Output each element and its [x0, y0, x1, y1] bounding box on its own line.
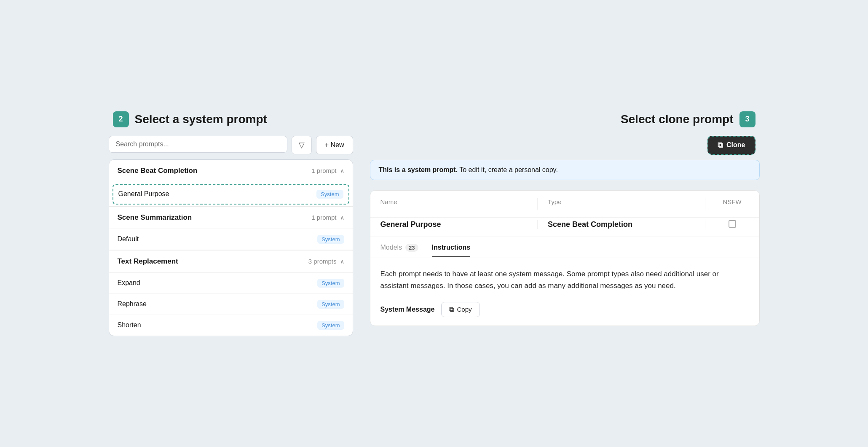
prompt-name-rephrase: Rephrase — [118, 300, 147, 308]
chevron-up-icon-3: ∧ — [340, 258, 344, 265]
clone-button-label: Clone — [726, 141, 745, 149]
chevron-up-icon-2: ∧ — [340, 214, 344, 221]
info-banner: This is a system prompt. To edit it, cre… — [370, 160, 760, 180]
search-input[interactable] — [109, 136, 287, 153]
group-scene-beat-count: 1 prompt ∧ — [311, 167, 344, 174]
nsfw-col: NSFW — [715, 198, 749, 210]
step-2-badge: 2 — [113, 111, 129, 127]
prompt-item-default[interactable]: Default System — [109, 229, 353, 250]
col-divider-3 — [537, 220, 538, 229]
filter-icon: ▽ — [299, 140, 305, 150]
main-container: 2 Select a system prompt ▽ + New Scene B… — [109, 111, 760, 336]
group-text-replacement-title: Text Replacement — [118, 257, 178, 266]
filter-button[interactable]: ▽ — [292, 136, 312, 154]
tab-instructions-label: Instructions — [432, 244, 471, 251]
type-value: Scene Beat Completion — [548, 220, 695, 229]
col-divider-4 — [705, 220, 705, 229]
group-scene-beat-title: Scene Beat Completion — [118, 167, 198, 175]
system-message-row: System Message ⧉ Copy — [380, 302, 749, 317]
type-label: Type — [548, 198, 695, 205]
tab-instructions[interactable]: Instructions — [432, 244, 471, 257]
group-scene-summarization-count: 1 prompt ∧ — [311, 214, 344, 221]
type-value-col: Scene Beat Completion — [548, 220, 695, 229]
tabs-row: Models 23 Instructions — [370, 237, 759, 258]
prompt-name-shorten: Shorten — [118, 321, 141, 329]
type-col: Type — [548, 198, 695, 210]
prompt-name-general-purpose: General Purpose — [118, 190, 169, 198]
system-badge-expand: System — [317, 279, 344, 288]
prompt-name-default: Default — [118, 235, 139, 243]
copy-button[interactable]: ⧉ Copy — [441, 302, 480, 317]
left-panel: 2 Select a system prompt ▽ + New Scene B… — [109, 111, 353, 336]
prompt-item-general-purpose[interactable]: General Purpose System — [113, 184, 349, 205]
details-header-row: Name Type NSFW — [370, 191, 759, 218]
nsfw-checkbox[interactable] — [729, 220, 736, 228]
copy-icon: ⧉ — [449, 306, 454, 313]
name-label: Name — [380, 198, 528, 205]
nsfw-value-col — [715, 220, 749, 229]
system-badge-default: System — [317, 235, 344, 244]
col-divider-2 — [705, 198, 705, 210]
name-col: Name — [380, 198, 528, 210]
left-header: 2 Select a system prompt — [109, 111, 353, 127]
group-text-replacement-count: 3 prompts ∧ — [308, 258, 344, 265]
name-value-col: General Purpose — [380, 220, 528, 229]
select-prompt-title: Select a system prompt — [135, 113, 267, 126]
clone-button[interactable]: ⧉ Clone — [707, 136, 755, 155]
details-values-row: General Purpose Scene Beat Completion — [370, 218, 759, 237]
prompt-item-rephrase[interactable]: Rephrase System — [109, 294, 353, 315]
prompt-item-expand[interactable]: Expand System — [109, 273, 353, 294]
new-button[interactable]: + New — [316, 136, 353, 154]
system-badge-rephrase: System — [317, 300, 344, 309]
system-badge-general-purpose: System — [316, 190, 343, 199]
select-clone-title: Select clone prompt — [621, 113, 734, 126]
col-divider-1 — [537, 198, 538, 210]
right-panel: Select clone prompt 3 ⧉ Clone This is a … — [370, 111, 760, 336]
right-header: Select clone prompt 3 — [370, 111, 760, 127]
search-input-wrap — [109, 136, 287, 154]
chevron-up-icon: ∧ — [340, 167, 344, 174]
instructions-text: Each prompt needs to have at least one s… — [380, 268, 749, 292]
group-scene-summarization-title: Scene Summarization — [118, 213, 192, 222]
group-text-replacement[interactable]: Text Replacement 3 prompts ∧ — [109, 250, 353, 273]
system-message-label: System Message — [380, 306, 435, 313]
prompt-list: Scene Beat Completion 1 prompt ∧ General… — [109, 159, 353, 336]
tab-models-label: Models — [380, 244, 402, 251]
copy-button-label: Copy — [457, 306, 472, 313]
tab-models-badge: 23 — [405, 244, 418, 252]
system-badge-shorten: System — [317, 321, 344, 330]
new-button-label: + New — [325, 141, 344, 149]
group-scene-summarization[interactable]: Scene Summarization 1 prompt ∧ — [109, 207, 353, 229]
details-panel: Name Type NSFW General Purpose Scene Bea… — [370, 190, 760, 326]
group-scene-beat[interactable]: Scene Beat Completion 1 prompt ∧ — [109, 160, 353, 182]
prompt-name-expand: Expand — [118, 279, 140, 287]
name-value: General Purpose — [380, 220, 528, 229]
tab-models[interactable]: Models 23 — [380, 244, 418, 258]
info-banner-text: This is a system prompt. To edit it, cre… — [379, 166, 558, 174]
clone-icon: ⧉ — [718, 141, 723, 150]
search-bar: ▽ + New — [109, 136, 353, 154]
nsfw-label: NSFW — [723, 198, 741, 205]
instructions-body: Each prompt needs to have at least one s… — [370, 258, 759, 326]
step-3-badge: 3 — [739, 111, 755, 127]
prompt-item-shorten[interactable]: Shorten System — [109, 315, 353, 336]
